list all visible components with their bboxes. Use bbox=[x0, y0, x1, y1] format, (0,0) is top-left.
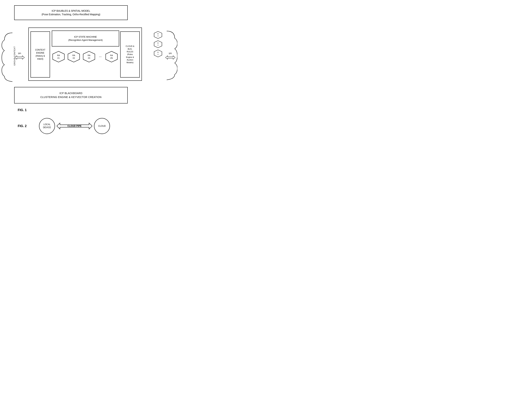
ra-right-1: RA bbox=[154, 31, 162, 39]
fig2-label: FIG. 2 bbox=[18, 124, 27, 128]
fig2-section: FIG. 2 LOCAL DEVICE CLOUD PIPE CLOUD bbox=[0, 118, 177, 134]
cloud-pipe-arrow: CLOUD PIPE bbox=[57, 122, 92, 130]
hex-ra1: RA#1 bbox=[52, 51, 65, 63]
spi-left-label: SPI bbox=[13, 52, 27, 54]
top-box: ICP BAUBLES & SPATIAL MODEL (Pose Estima… bbox=[14, 5, 128, 20]
hexagons-row: RA#1 RA#2 RA bbox=[51, 51, 119, 63]
context-engine-label: CONTEXTENGINE(History &Intent) bbox=[35, 48, 45, 60]
top-box-title: ICP BAUBLES & SPATIAL MODEL (Pose Estima… bbox=[18, 9, 124, 16]
hex-raN: RA#N bbox=[105, 51, 118, 63]
top-box-line2: (Pose Estimation, Tracking, Ortho-Rectif… bbox=[42, 13, 100, 16]
state-machine-box: ICP STATE MACHINE (Recognition Agent Man… bbox=[52, 31, 119, 46]
context-engine-box: CONTEXTENGINE(History &Intent) bbox=[31, 32, 50, 78]
hex-ra2: RA#2 bbox=[68, 51, 80, 63]
hex-ra3: RA#3 bbox=[83, 51, 95, 63]
cloud-services-cloud bbox=[166, 29, 177, 82]
diagram-container: ICP BAUBLES & SPATIAL MODEL (Pose Estima… bbox=[0, 0, 177, 134]
cloud-bus-label: CLOUD &BUS.RULES(RulesEngine &AuctionMod… bbox=[126, 45, 134, 64]
main-middle-box: CONTEXTENGINE(History &Intent) ICP STATE… bbox=[28, 27, 142, 81]
fig2-content: LOCAL DEVICE CLOUD PIPE CLOUD bbox=[39, 118, 110, 134]
local-device-circle: LOCAL DEVICE bbox=[39, 118, 55, 134]
bottom-box-title: ICP BLACKBOARD CLUSTERING ENGINE & KEYVE… bbox=[19, 91, 123, 99]
cloud-bus-box: CLOUD &BUS.RULES(RulesEngine &AuctionMod… bbox=[120, 32, 140, 78]
ra-right-2: RA bbox=[154, 40, 162, 48]
cloud-services-label: CLOUD SERVICES bbox=[177, 45, 177, 65]
ra-right-3: RA bbox=[154, 50, 162, 57]
cloud-pipe-svg: CLOUD PIPE bbox=[57, 122, 92, 130]
svg-marker-0 bbox=[15, 56, 25, 59]
group-context-cloud bbox=[1, 31, 13, 84]
middle-section: GROUP CONTEXT SPI CONTEXTENGINE(History … bbox=[14, 27, 163, 84]
hex-dots: ··· bbox=[98, 55, 102, 58]
state-machine-label: ICP STATE MACHINE (Recognition Agent Man… bbox=[68, 35, 103, 42]
spi-left: SPI bbox=[13, 52, 27, 61]
cloud-circle: CLOUD bbox=[94, 118, 110, 134]
spi-left-arrow bbox=[15, 55, 25, 60]
ra-right-container: RA RA RA bbox=[154, 31, 162, 57]
fig1-label: FIG. 1 bbox=[18, 108, 27, 112]
svg-text:CLOUD PIPE: CLOUD PIPE bbox=[67, 125, 82, 127]
top-box-line1: ICP BAUBLES & SPATIAL MODEL bbox=[52, 9, 90, 12]
bottom-box: ICP BLACKBOARD CLUSTERING ENGINE & KEYVE… bbox=[14, 87, 128, 104]
